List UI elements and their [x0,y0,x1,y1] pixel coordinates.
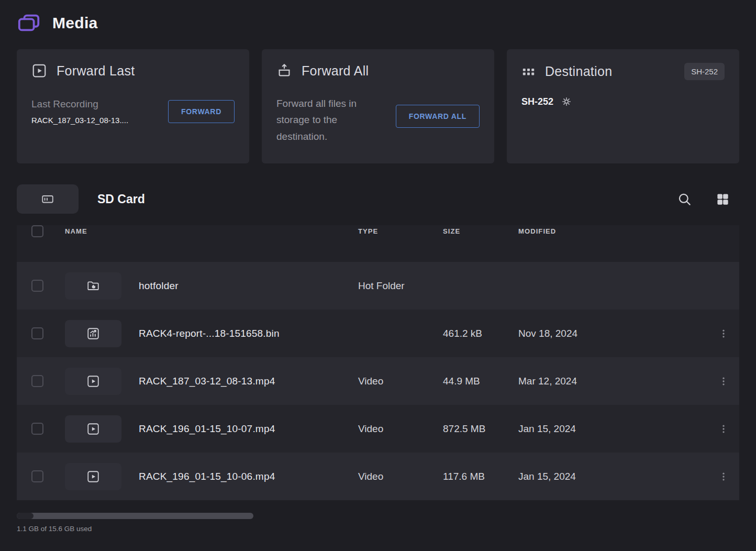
forward-all-button[interactable]: FORWARD ALL [396,105,480,128]
hot-folder-icon [86,279,100,293]
file-type: Video [358,471,443,482]
table-row[interactable]: RACK_187_03-12_08-13.mp4 Video 44.9 MB M… [17,357,739,405]
forward-all-card: Forward All Forward all files in storage… [262,49,494,163]
media-logo-icon [17,11,41,35]
header-modified: MODIFIED [518,227,708,235]
file-icon-tile [65,272,121,300]
file-type: Video [358,423,443,435]
file-type: Hot Folder [358,280,443,292]
destination-settings-button[interactable] [561,96,572,107]
file-modified: Nov 18, 2024 [518,328,708,339]
storage-footer: 1.1 GB of 15.6 GB used [17,513,739,533]
table-row[interactable]: RACK4-report-...18-151658.bin 461.2 kB N… [17,310,739,357]
row-menu-button[interactable] [715,468,732,485]
select-all-checkbox[interactable] [31,225,43,237]
file-size: 461.2 kB [443,328,518,339]
row-menu-button[interactable] [715,325,732,342]
file-name: RACK4-report-...18-151658.bin [139,328,358,339]
file-icon-tile [65,368,121,395]
page-title: Media [52,14,98,32]
page-header: Media [17,0,739,36]
kebab-icon [718,471,729,482]
file-icon-tile [65,415,121,443]
kebab-icon [718,424,729,434]
storage-usage-bar[interactable] [17,513,253,519]
file-name: RACK_187_03-12_08-13.mp4 [139,376,358,387]
table-row[interactable]: RACK_196_01-15_10-07.mp4 Video 872.5 MB … [17,405,739,453]
kebab-icon [718,376,729,387]
header-size: SIZE [443,227,518,235]
file-name: hotfolder [139,280,358,292]
storage-toolbar: SD Card [17,184,739,214]
file-size: 117.6 MB [443,471,518,482]
forward-last-title: Forward Last [57,63,135,79]
video-file-icon [86,374,100,388]
row-menu-button[interactable] [715,373,732,390]
last-recording-info: Last Recording RACK_187_03-12_08-13.... [31,98,128,125]
media-page: Media Forward Last Last Recording RACK_1… [0,0,756,533]
sd-card-button[interactable] [17,184,79,214]
sd-card-icon [41,192,54,206]
search-button[interactable] [677,192,692,206]
action-cards: Forward Last Last Recording RACK_187_03-… [17,49,739,163]
report-chart-icon [86,327,100,340]
box-arrow-up-icon [276,63,292,79]
file-icon-tile [65,320,121,347]
table-body: hotfolder Hot Folder [17,262,739,500]
search-icon [677,192,692,206]
file-size: 44.9 MB [443,376,518,387]
destination-badge: SH-252 [684,63,725,80]
destination-card: Destination SH-252 SH-252 [507,49,739,163]
table-row[interactable]: RACK_196_01-15_10-06.mp4 Video 117.6 MB … [17,453,739,500]
row-checkbox[interactable] [31,470,43,482]
forward-all-title: Forward All [302,63,369,79]
destination-title: Destination [545,64,612,79]
file-table: NAME TYPE SIZE MODIFIED [17,225,739,500]
grid-view-icon [716,192,730,206]
row-checkbox[interactable] [31,327,43,339]
file-name: RACK_196_01-15_10-07.mp4 [139,423,358,435]
storage-title: SD Card [97,192,145,206]
forward-button[interactable]: FORWARD [168,100,235,123]
table-row[interactable]: hotfolder Hot Folder [17,262,739,310]
file-icon-tile [65,463,121,490]
video-file-icon [86,422,100,436]
last-recording-label: Last Recording [31,98,128,110]
table-header: NAME TYPE SIZE MODIFIED [17,225,739,262]
play-square-icon [31,63,47,79]
file-name: RACK_196_01-15_10-06.mp4 [139,471,358,482]
last-recording-filename: RACK_187_03-12_08-13.... [31,116,128,125]
header-type: TYPE [358,227,443,235]
grid-dots-icon [521,64,536,79]
storage-usage-text: 1.1 GB of 15.6 GB used [17,525,739,533]
forward-all-description: Forward all files in storage to the dest… [276,95,387,145]
header-name: NAME [65,227,358,235]
destination-value: SH-252 [521,96,553,107]
storage-usage-fill [17,513,34,519]
file-modified: Mar 12, 2024 [518,376,708,387]
file-modified: Jan 15, 2024 [518,471,708,482]
row-checkbox[interactable] [31,280,43,292]
forward-last-card: Forward Last Last Recording RACK_187_03-… [17,49,249,163]
grid-view-button[interactable] [716,192,730,206]
file-type: Video [358,376,443,387]
row-menu-button[interactable] [715,421,732,437]
file-size: 872.5 MB [443,423,518,435]
file-modified: Jan 15, 2024 [518,423,708,435]
kebab-icon [718,328,729,339]
row-checkbox[interactable] [31,423,43,435]
row-checkbox[interactable] [31,375,43,387]
gear-icon [561,96,572,107]
video-file-icon [86,470,100,483]
